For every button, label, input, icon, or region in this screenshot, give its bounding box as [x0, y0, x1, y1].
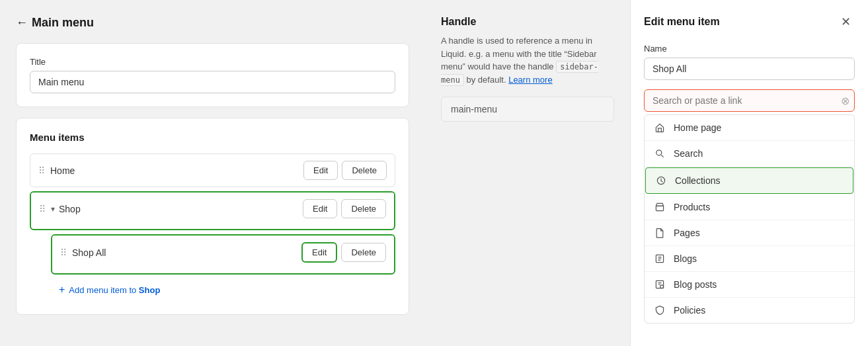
drag-handle-shop[interactable]: ⠿ — [39, 204, 46, 214]
collections-label: Collections — [675, 175, 720, 186]
policies-label: Policies — [674, 305, 705, 316]
shop-label: Shop — [59, 204, 299, 214]
dropdown-item-blogs[interactable]: Blogs — [645, 246, 854, 272]
menu-item-shop: ⠿ ▾ Shop Edit Delete — [31, 193, 394, 225]
drag-handle-shop-all[interactable]: ⠿ — [60, 247, 67, 258]
title-label: Title — [30, 57, 395, 67]
dropdown-item-search[interactable]: Search — [645, 141, 854, 167]
blog-posts-label: Blog posts — [674, 279, 717, 290]
add-menu-item-label: Add menu item to Shop — [69, 285, 160, 295]
shop-row-wrapper: ⠿ ▾ Shop Edit Delete — [30, 191, 395, 230]
dropdown-item-pages[interactable]: Pages — [645, 220, 854, 246]
left-panel: ← Main menu Title Menu items ⠿ Home Edit… — [0, 0, 425, 346]
blogs-label: Blogs — [674, 253, 697, 264]
edit-home-button[interactable]: Edit — [303, 161, 338, 180]
back-arrow-icon: ← — [16, 16, 28, 30]
add-menu-item-link[interactable]: + Add menu item to Shop — [51, 279, 395, 301]
products-label: Products — [674, 202, 710, 212]
menu-items-title: Menu items — [30, 132, 395, 143]
collections-icon — [655, 175, 667, 187]
menu-items-card: Menu items ⠿ Home Edit Delete ⠿ ▾ Shop E… — [16, 118, 409, 315]
home-page-icon — [654, 122, 666, 134]
handle-desc: A handle is used to reference a menu in … — [441, 34, 614, 86]
edit-shop-all-button[interactable]: Edit — [301, 242, 337, 263]
title-card: Title — [16, 43, 409, 107]
menu-item-shop-all: ⠿ Shop All Edit Delete — [52, 236, 394, 269]
add-menu-item-parent: Shop — [139, 285, 161, 295]
products-icon — [654, 201, 666, 213]
plus-icon: + — [59, 284, 65, 296]
title-input[interactable] — [30, 71, 395, 93]
dropdown-item-home-page[interactable]: Home page — [645, 115, 854, 141]
svg-rect-2 — [656, 206, 663, 210]
svg-point-0 — [656, 150, 662, 155]
search-label: Search — [674, 148, 703, 159]
dropdown-item-blog-posts[interactable]: Blog posts — [645, 272, 854, 298]
panel-header: Edit menu item ✕ — [644, 13, 855, 30]
delete-home-button[interactable]: Delete — [342, 161, 387, 180]
search-input[interactable] — [644, 89, 855, 112]
pages-icon — [654, 227, 666, 239]
handle-title: Handle — [441, 16, 614, 28]
blogs-icon — [654, 253, 666, 265]
chevron-shop-icon: ▾ — [51, 204, 55, 214]
delete-shop-button[interactable]: Delete — [341, 199, 386, 218]
handle-panel: Handle A handle is used to reference a m… — [425, 0, 630, 346]
panel-title: Edit menu item — [644, 16, 720, 28]
name-field-label: Name — [644, 44, 855, 54]
policies-icon — [654, 304, 666, 316]
page-title: Main menu — [32, 16, 94, 30]
delete-shop-all-button[interactable]: Delete — [341, 243, 386, 262]
link-type-dropdown: Home page Search Collections — [644, 114, 855, 324]
drag-handle-home[interactable]: ⠿ — [38, 165, 45, 176]
shop-all-label: Shop All — [72, 247, 297, 258]
dropdown-item-policies[interactable]: Policies — [645, 298, 854, 323]
pages-label: Pages — [674, 228, 700, 238]
edit-shop-button[interactable]: Edit — [303, 199, 337, 218]
handle-value: main-menu — [441, 97, 614, 122]
search-clear-button[interactable]: ⊗ — [841, 95, 849, 107]
edit-menu-item-panel: Edit menu item ✕ Name ⊗ Home page — [630, 0, 868, 346]
dropdown-item-products[interactable]: Products — [645, 195, 854, 220]
home-label: Home — [50, 165, 299, 176]
shop-all-wrapper: ⠿ Shop All Edit Delete — [51, 234, 395, 275]
search-icon — [654, 148, 666, 159]
dropdown-item-collections[interactable]: Collections — [645, 167, 853, 194]
search-wrapper: ⊗ — [644, 89, 855, 112]
menu-item-home: ⠿ Home Edit Delete — [30, 153, 395, 187]
name-input[interactable] — [644, 58, 855, 80]
home-page-label: Home page — [674, 122, 721, 133]
learn-more-link[interactable]: Learn more — [508, 75, 552, 85]
blog-posts-icon — [654, 279, 666, 290]
close-panel-button[interactable]: ✕ — [837, 13, 855, 30]
svg-point-5 — [660, 285, 664, 288]
back-link[interactable]: ← Main menu — [16, 16, 409, 30]
